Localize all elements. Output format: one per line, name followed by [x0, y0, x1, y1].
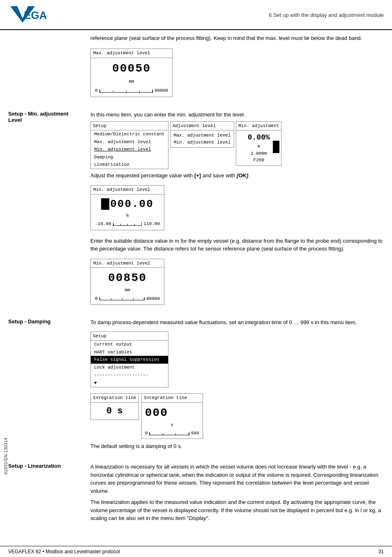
footer-right: 31: [378, 549, 384, 555]
intro-text: reference plane (seal surface of the pro…: [90, 34, 384, 43]
linearization-para2: The linearization applies to the measure…: [90, 498, 384, 522]
setup-linearization-label: Setup - Linearization: [8, 463, 90, 525]
adj-min-item: Min. adjustment level: [174, 139, 231, 146]
page-footer: VEGAFLEX 82 • Modbus and Levelmaster pro…: [0, 546, 392, 557]
min-dist-scale-min: 0: [95, 295, 98, 302]
min-adj-input-diagram: Min. adjustment level 000.00 % -10.00: [90, 185, 164, 230]
scale-max: 80000: [154, 87, 168, 95]
int-scale-min: 0: [145, 430, 148, 437]
menu-item-linearization: Linearization: [91, 161, 168, 169]
damping-menu-hart: HART variables: [91, 348, 168, 356]
svg-text:EGA: EGA: [24, 9, 47, 21]
header-chapter-title: 6 Set up with the display and adjustment…: [269, 12, 384, 18]
setup-min-content: In this menu item, you can enter the min…: [90, 111, 384, 308]
max-adj-value: 00050: [95, 60, 168, 78]
setup-linearization-content: A linearization is necessary for all ves…: [90, 463, 384, 525]
menu-item-damping: Damping: [91, 153, 168, 161]
enter-distance-text: Enter the suitable distance value in m f…: [90, 237, 384, 253]
min-adjustment-panel: Min. adjustment 0.00% ≅ 1.000m F260: [236, 121, 281, 166]
menu-item-medium: Medium/Dielectric constant: [91, 130, 168, 138]
damping-menu-current: Current output: [91, 341, 168, 348]
logo: EGA: [8, 4, 49, 26]
min-scale-max: 110.00: [143, 220, 160, 227]
min-distance-value: 00850: [95, 269, 160, 287]
integration-left-value: 0 s: [91, 403, 138, 420]
damping-menu-lock: Lock adjustment: [91, 364, 168, 371]
min-scale-min: -10.00: [95, 220, 111, 227]
page-header: EGA 6 Set up with the display and adjust…: [0, 0, 392, 30]
max-adj-unit: mm: [95, 78, 168, 86]
damping-menu-title: Setup: [91, 332, 168, 341]
setup-min-section: Setup - Min. adjustment Level In this me…: [0, 104, 392, 314]
setup-menu-box: Setup Medium/Dielectric constant Max. ad…: [90, 121, 168, 169]
max-adjustment-diagram: Max. adjustment level 00050 mm 0 80000: [90, 49, 173, 97]
default-damping-text: The default setting is a damping of 0 s.: [90, 442, 384, 450]
min-adj-percent: 0.00%: [240, 132, 278, 143]
damping-menu-dashes: --------------------: [91, 371, 168, 379]
min-distance-title: Min. adjustment level: [91, 259, 164, 268]
min-adj-input-value: 000.00: [110, 196, 154, 212]
adj-level-title: Adjustment level: [171, 122, 234, 131]
integration-right-title: Integration tine: [142, 394, 203, 403]
menu-item-max: Max. adjustment level: [91, 138, 168, 146]
min-adj-meters: 1.000m: [240, 150, 278, 157]
min-adj-title: Min. adjustment: [236, 122, 281, 131]
integration-000: 000: [145, 404, 199, 422]
damping-menu-arrow: ▼: [91, 379, 168, 388]
footer-left: VEGAFLEX 82 • Modbus and Levelmaster pro…: [8, 549, 120, 555]
integration-right-panel: Integration tine 000 s 0: [141, 393, 203, 439]
linearization-para1: A linearization is necessary for all ves…: [90, 463, 384, 495]
setup-damping-label: Setup - Damping: [8, 318, 90, 453]
min-distance-diagram: Min. adjustment level 00850 mm 0: [90, 259, 164, 305]
min-dist-scale-max: 80000: [146, 295, 160, 302]
damping-menu-box: Setup Current output HART variables Fals…: [90, 332, 168, 388]
setup-linearization-section: Setup - Linearization A linearization is…: [0, 459, 392, 531]
scale-min: 0: [95, 87, 98, 95]
setup-min-instruction: Adjust the requested percentage value wi…: [90, 172, 384, 180]
display-italic: Display: [189, 515, 206, 521]
integration-left-panel: Integration tine 0 s: [90, 393, 139, 420]
min-adj-input-unit: %: [95, 212, 160, 219]
setup-damping-content: To damp process-dependent measured value…: [90, 318, 384, 453]
integration-0s: 0 s: [94, 404, 135, 418]
integration-left-title: Integration tine: [91, 394, 138, 403]
int-scale-max: 999: [191, 430, 199, 437]
setup-min-panels: Setup Medium/Dielectric constant Max. ad…: [90, 121, 384, 169]
integration-right-content: 000 s 0 999: [142, 403, 203, 439]
setup-damping-intro: To damp process-dependent measured value…: [90, 318, 384, 327]
adj-level-content: Max. adjustment level Min. adjustment le…: [171, 130, 234, 147]
setup-damping-section: Setup - Damping To damp process-dependen…: [0, 314, 392, 459]
menu-item-min: Min. adjustment level: [91, 146, 168, 153]
setup-menu-title: Setup: [91, 122, 168, 131]
min-adj-diagram-title: Min. adjustment level: [91, 186, 164, 195]
setup-min-intro: In this menu item, you can enter the min…: [90, 111, 384, 119]
integration-panels: Integration tine 0 s Integration tine 00…: [90, 393, 384, 439]
min-distance-unit: mm: [95, 287, 160, 294]
min-adj-code: F260: [240, 157, 278, 164]
intro-section: reference plane (seal surface of the pro…: [0, 30, 392, 104]
max-adj-title: Max. adjustment level: [91, 49, 172, 58]
document-number: 41833-EN-130314: [3, 438, 8, 475]
adjustment-level-panel: Adjustment level Max. adjustment level M…: [170, 121, 235, 148]
integration-unit: s: [145, 422, 199, 429]
approx-symbol: ≅: [257, 143, 260, 150]
adj-max-item: Max. adjustment level: [174, 132, 231, 139]
damping-menu-false-signal: False signal suppression: [91, 356, 168, 364]
setup-min-label: Setup - Min. adjustment Level: [8, 111, 90, 308]
